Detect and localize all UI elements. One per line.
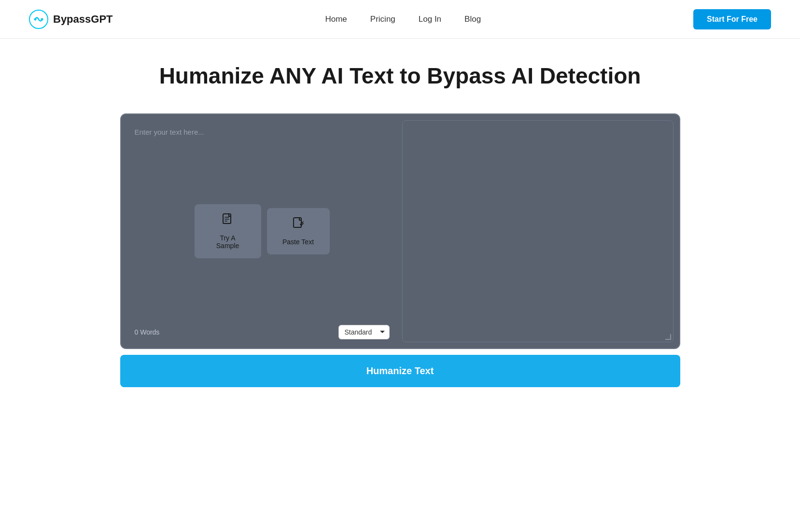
try-sample-button[interactable]: Try A Sample bbox=[195, 204, 261, 258]
humanize-button[interactable]: Humanize Text bbox=[120, 355, 680, 387]
svg-point-1 bbox=[34, 18, 37, 20]
start-free-button[interactable]: Start For Free bbox=[693, 9, 771, 29]
try-sample-label: Try A Sample bbox=[208, 234, 248, 250]
logo-text: BypassGPT bbox=[53, 13, 113, 26]
nav-login[interactable]: Log In bbox=[419, 14, 441, 24]
logo[interactable]: BypassGPT bbox=[29, 10, 113, 29]
page-title: Humanize ANY AI Text to Bypass AI Detect… bbox=[159, 63, 641, 89]
svg-line-8 bbox=[302, 222, 303, 223]
document-icon bbox=[222, 213, 234, 229]
word-count: 0 Words bbox=[135, 328, 160, 336]
paste-icon bbox=[293, 217, 304, 233]
svg-rect-7 bbox=[294, 218, 301, 227]
nav-home[interactable]: Home bbox=[325, 14, 347, 24]
editor-container: Try A Sample Paste bbox=[120, 113, 680, 349]
paste-text-button[interactable]: Paste Text bbox=[267, 208, 330, 254]
main-nav: Home Pricing Log In Blog bbox=[325, 14, 481, 24]
svg-rect-3 bbox=[223, 214, 231, 224]
output-panel bbox=[402, 120, 674, 342]
nav-blog[interactable]: Blog bbox=[464, 14, 481, 24]
sample-buttons: Try A Sample Paste bbox=[195, 204, 330, 258]
panel-footer: 0 Words Standard Enhanced Pro bbox=[127, 320, 397, 342]
input-panel: Try A Sample Paste bbox=[127, 120, 397, 342]
svg-point-2 bbox=[41, 18, 43, 20]
mode-select[interactable]: Standard Enhanced Pro bbox=[338, 325, 390, 339]
paste-text-label: Paste Text bbox=[282, 238, 314, 246]
logo-icon bbox=[29, 10, 48, 29]
nav-pricing[interactable]: Pricing bbox=[370, 14, 395, 24]
editor-panels: Try A Sample Paste bbox=[127, 120, 674, 342]
